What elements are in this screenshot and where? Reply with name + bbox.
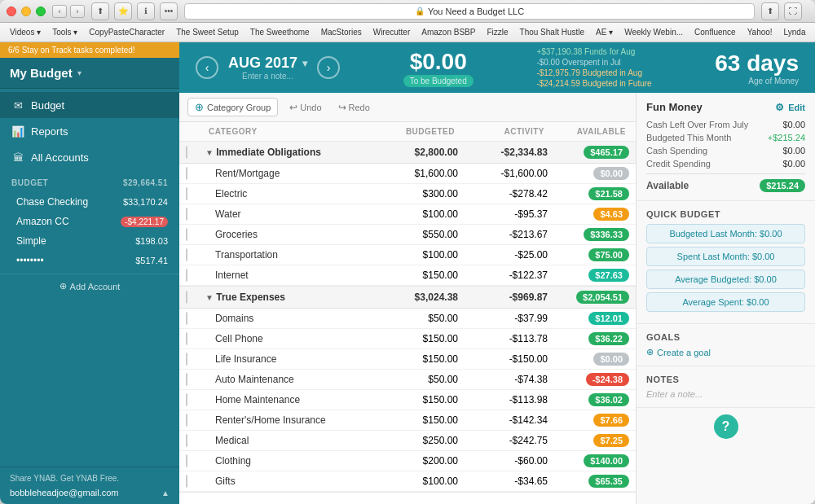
row-checkbox[interactable] (186, 454, 187, 467)
fullscreen-icon[interactable]: ⛶ (784, 2, 802, 20)
account-simple[interactable]: Simple $198.03 (0, 231, 179, 251)
row-name: Home Maintenance (205, 394, 368, 405)
bookmark-macstories[interactable]: MacStories (316, 26, 367, 38)
prev-month-button[interactable]: ‹ (196, 56, 218, 79)
category-group-button[interactable]: ⊕ Category Group (187, 98, 278, 116)
row-activity: -$142.34 (458, 414, 548, 426)
row-checkbox[interactable] (186, 373, 187, 386)
credit-spending-label: Credit Spending (646, 159, 711, 169)
account-amazon[interactable]: Amazon CC -$4,221.17 (0, 212, 179, 231)
bookmark-copypaste[interactable]: CopyPasteCharacter (84, 26, 170, 38)
row-budgeted: $150.00 (368, 353, 458, 365)
row-available: -$24.38 (586, 373, 629, 386)
bookmark-icon[interactable]: ⭐ (114, 2, 132, 20)
notes-input[interactable]: Enter a note... (646, 389, 805, 399)
undo-button[interactable]: ↩ Undo (284, 99, 326, 116)
row-checkbox[interactable] (186, 312, 187, 325)
quick-budget-avg-spent[interactable]: Average Spent: $0.00 (646, 292, 805, 312)
window-controls[interactable]: ⬆ (761, 2, 779, 20)
redo-label: Redo (349, 103, 370, 112)
row-checkbox[interactable] (186, 167, 187, 180)
row-checkbox[interactable] (186, 414, 187, 427)
row-checkbox[interactable] (186, 208, 187, 221)
forward-button[interactable]: › (70, 5, 85, 18)
sidebar-item-accounts[interactable]: 🏛 All Accounts (0, 144, 179, 170)
row-available: $65.35 (588, 475, 629, 488)
row-checkbox[interactable] (186, 393, 187, 406)
row-checkbox[interactable] (186, 353, 187, 366)
month-note[interactable]: Enter a note... (228, 72, 307, 81)
row-checkbox[interactable] (186, 332, 187, 345)
sidebar-item-budget[interactable]: ✉ Budget (0, 92, 179, 118)
row-name: Groceries (205, 229, 368, 240)
quick-budget-title: QUICK BUDGET (646, 209, 805, 219)
group-collapse-immediate[interactable]: ▼ (205, 148, 214, 157)
budget-value: $0.00 (403, 49, 474, 75)
row-activity: -$150.00 (458, 353, 548, 365)
row-name: Transportation (205, 249, 368, 261)
account-masked[interactable]: •••••••• $517.41 (0, 251, 179, 270)
row-available: $4.63 (593, 208, 629, 221)
more-icon[interactable]: ••• (160, 2, 178, 20)
bookmark-ae[interactable]: AE ▾ (591, 26, 618, 38)
bookmark-videos[interactable]: Videos ▾ (5, 26, 46, 38)
row-name: Renter's/Home Insurance (205, 414, 368, 426)
panel-category-details: Fun Money ⚙ Edit Cash Left Over From Jul… (637, 93, 815, 201)
help-button[interactable]: ? (714, 414, 738, 439)
row-activity: -$242.75 (458, 435, 548, 446)
create-goal-button[interactable]: ⊕ Create a goal (646, 347, 805, 357)
row-available: $7.25 (593, 434, 629, 447)
row-checkbox[interactable] (186, 248, 187, 261)
redo-button[interactable]: ↪ Redo (333, 99, 375, 116)
group-checkbox-immediate[interactable] (186, 146, 187, 159)
close-button[interactable] (7, 7, 16, 16)
bookmark-wirecutter[interactable]: Wirecutter (368, 26, 416, 38)
sidebar-accounts: BUDGET $29,664.51 Chase Checking $33,170… (0, 173, 179, 467)
row-checkbox[interactable] (186, 187, 187, 200)
user-menu-chevron[interactable]: ▲ (161, 489, 170, 497)
bookmark-hustle[interactable]: Thou Shalt Hustle (515, 26, 590, 38)
sidebar-item-reports[interactable]: 📊 Reports (0, 118, 179, 144)
row-available: $36.02 (588, 393, 629, 406)
url-bar[interactable]: 🔒 You Need a Budget LLC (184, 3, 755, 20)
add-account-button[interactable]: ⊕ Add Account (0, 274, 179, 298)
table-row: Gifts $100.00 -$34.65 $65.35 (179, 471, 636, 492)
minimize-button[interactable] (21, 7, 31, 16)
next-month-button[interactable]: › (317, 56, 340, 79)
row-checkbox[interactable] (186, 475, 187, 488)
quick-budget-avg-budgeted[interactable]: Average Budgeted: $0.00 (646, 270, 805, 289)
bookmark-sweetsetup[interactable]: The Sweet Setup (171, 26, 244, 38)
account-chase[interactable]: Chase Checking $33,170.24 (0, 192, 179, 212)
sidebar-header[interactable]: My Budget ▾ (0, 58, 179, 89)
row-name: Domains (205, 313, 368, 324)
bookmark-amazon[interactable]: Amazon BSBP (416, 26, 480, 38)
table-row: Renter's/Home Insurance $150.00 -$142.34… (179, 410, 636, 431)
bookmark-more[interactable]: » (812, 26, 815, 38)
url-text: You Need a Budget LLC (428, 7, 524, 16)
edit-button[interactable]: ⚙ Edit (775, 102, 805, 113)
row-checkbox[interactable] (186, 434, 187, 447)
table-row: Transportation $100.00 -$25.00 $75.00 (179, 245, 636, 265)
bookmark-lynda[interactable]: Lynda (779, 26, 811, 38)
bookmark-sweethome[interactable]: The Sweethome (245, 26, 315, 38)
back-button[interactable]: ‹ (52, 5, 67, 18)
quick-budget-spent-last-month[interactable]: Spent Last Month: $0.00 (646, 247, 805, 266)
bookmark-yahoo[interactable]: Yahoo! (742, 26, 778, 38)
row-available: $27.63 (588, 269, 629, 282)
bookmark-tools[interactable]: Tools ▾ (47, 26, 82, 38)
group-checkbox-true-expenses[interactable] (186, 291, 187, 304)
bookmark-fizzle[interactable]: Fizzle (482, 26, 513, 38)
row-checkbox[interactable] (186, 269, 187, 282)
quick-budget-last-month[interactable]: Budgeted Last Month: $0.00 (646, 224, 805, 243)
month-dropdown-icon[interactable]: ▾ (302, 58, 307, 69)
maximize-button[interactable] (36, 7, 46, 16)
row-budgeted: $150.00 (368, 414, 458, 426)
credit-spending-value: $0.00 (782, 159, 805, 169)
row-checkbox[interactable] (186, 228, 187, 241)
bookmark-weekly[interactable]: Weekly Webin... (619, 26, 688, 38)
group-collapse-true-expenses[interactable]: ▼ (205, 293, 214, 302)
bookmark-confluence[interactable]: Confluence (689, 26, 741, 38)
budget-label: To be Budgeted (403, 75, 474, 87)
info-icon[interactable]: ℹ (137, 2, 155, 20)
share-icon[interactable]: ⬆ (91, 2, 109, 20)
